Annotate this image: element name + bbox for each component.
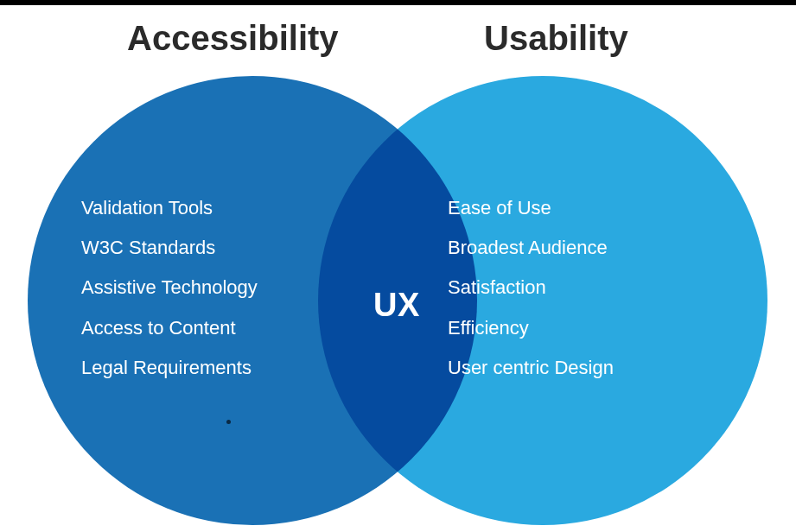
list-item: User centric Design: [448, 348, 614, 388]
list-item: Assistive Technology: [81, 268, 258, 307]
list-item: Legal Requirements: [81, 348, 258, 388]
list-item: Broadest Audience: [448, 228, 614, 268]
list-item: W3C Standards: [81, 228, 258, 268]
list-item: Ease of Use: [448, 188, 614, 228]
list-item: Validation Tools: [81, 188, 258, 228]
list-item: Efficiency: [448, 308, 614, 348]
decorative-dot: [226, 420, 231, 424]
left-set-title: Accessibility: [127, 19, 339, 58]
top-black-bar: [0, 0, 796, 5]
accessibility-items: Validation Tools W3C Standards Assistive…: [81, 188, 258, 388]
list-item: Satisfaction: [448, 268, 614, 307]
usability-items: Ease of Use Broadest Audience Satisfacti…: [448, 188, 614, 388]
venn-diagram: UX Validation Tools W3C Standards Assist…: [28, 76, 771, 532]
list-item: Access to Content: [81, 308, 258, 348]
right-set-title: Usability: [484, 19, 628, 58]
intersection-label: UX: [373, 287, 420, 324]
